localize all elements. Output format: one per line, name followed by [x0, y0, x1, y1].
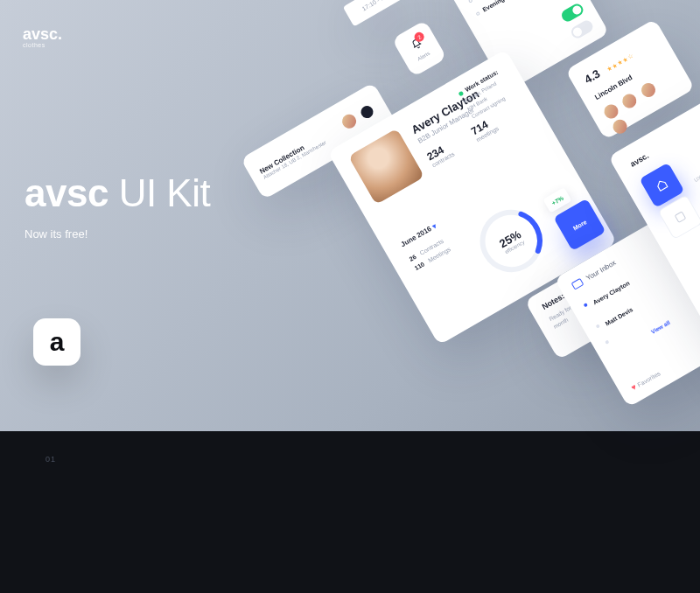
rating-stars: ★★★★☆ [606, 52, 635, 73]
stat-contracts: 234 contracts [424, 140, 455, 168]
brand-sub: clothes [23, 42, 62, 48]
inbox-name: Matt Devis [605, 306, 634, 327]
heart-icon[interactable]: ♥ Favorites [630, 368, 662, 392]
inbox-header-label: Your Inbox [584, 259, 617, 283]
app-icon-letter: a [50, 327, 65, 357]
envelope-icon [571, 278, 584, 290]
schedule-sub [471, 0, 552, 4]
avatar [359, 104, 375, 121]
schedule-title: Evening [481, 0, 505, 13]
toggle-off[interactable] [569, 18, 595, 40]
brand-name: avsc. [23, 25, 62, 43]
more-label: More [571, 219, 587, 231]
page-number: 01 [46, 455, 56, 464]
avatar [602, 102, 621, 122]
alerts-card[interactable]: 2 Alerts [392, 20, 447, 77]
breadcrumb: UX Research [693, 163, 700, 183]
headline-subtitle: Now its free! [24, 227, 210, 241]
time-pill-card: 17:10 - 19 [343, 0, 406, 26]
app-icon: a [33, 318, 80, 366]
avatar [340, 112, 359, 131]
schedule-section: Afternoon [467, 0, 551, 4]
alerts-label: Alerts [416, 50, 430, 61]
time-pill-value: 17:10 - 19 [360, 0, 388, 11]
chevron-down-icon: ▾ [431, 222, 438, 231]
brand-logo: avsc. clothes [23, 26, 62, 48]
favorites-label: Favorites [636, 370, 661, 387]
metric-value: 26 [409, 254, 417, 262]
metric-value: 110 [414, 261, 426, 271]
avatar [620, 91, 640, 110]
schedule-section: Evening [475, 0, 559, 17]
avatar [611, 117, 630, 136]
rating-score: 4.3 [582, 67, 602, 87]
headline-title-bold: avsc [24, 171, 108, 214]
toggle-on[interactable] [559, 2, 585, 24]
profile-photo [348, 129, 424, 205]
schedule-toggles [559, 2, 595, 40]
avatar [639, 80, 658, 100]
collection-text: New Collection Attacher 18, UB 2, Manche… [258, 132, 327, 179]
collection-title: New Collection [258, 132, 325, 175]
